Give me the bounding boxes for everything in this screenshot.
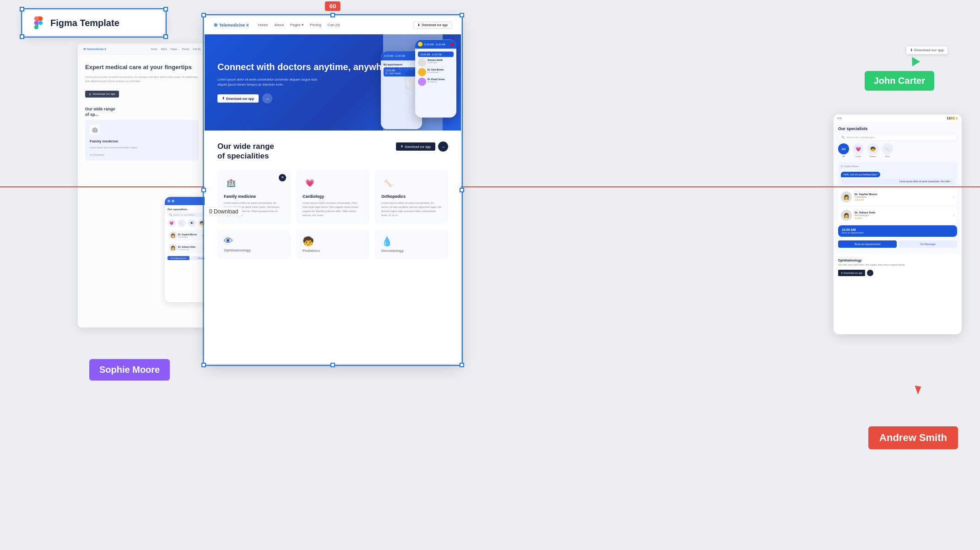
right-phone-content: Our specialists 🔍 Search for Cardiologis…	[834, 122, 962, 254]
figma-logo	[32, 16, 45, 29]
nav-logo: ⊕ Telemedicine X	[214, 22, 249, 27]
handle-tr-fig[interactable]	[163, 7, 168, 11]
nav-link-about[interactable]: About	[274, 23, 284, 27]
second-row-specialities: 👁 Ophthalmology 🧒 Pediatrics 💧 Dermatolo…	[217, 229, 448, 259]
phone-status-bar: 8:41 ▐▐▐ 📶 🔋	[834, 114, 962, 122]
search-bar[interactable]: 🔍 Search for Cardiologist...	[838, 134, 957, 141]
chat-section: Dr. Sophie Moore Hello, how are you feel…	[838, 162, 957, 187]
handle-br[interactable]	[460, 363, 464, 367]
ophthalmology-section: Ophthalmology Orci nibh vitae eget lorem…	[834, 254, 962, 281]
spec-ophthalmology: 👁 Ophthalmology	[217, 229, 291, 259]
cardiology-icon: 💗	[303, 176, 317, 191]
spec-card-close-1: ✕	[279, 174, 286, 181]
left-preview-card: 🏥 Family medicine Lorem ipsum dolor sit …	[85, 120, 199, 161]
spec-card-cardiology: 💗 Cardiology Lorem ipsum dolor sit amet …	[296, 169, 369, 224]
specialities-cta: ⬇ Download our app →	[396, 142, 448, 152]
spec-card-title-2: Cardiology	[303, 194, 363, 199]
nav-link-home[interactable]: Home	[258, 23, 268, 27]
cursor-green	[908, 54, 920, 66]
left-preview-cta: ⬇ Download our app	[85, 91, 119, 98]
spec-icon-patients: 🧒 Patients	[867, 143, 878, 158]
left-preview-card-icon: 🏥	[90, 125, 100, 135]
spec-icon-3: 👁	[188, 219, 196, 227]
bottom-arrow[interactable]: →	[867, 270, 873, 276]
right-phone-card: 8:41 ▐▐▐ 📶 🔋 Our specialists 🔍 Search fo…	[834, 114, 962, 334]
spec-dermatology: 💧 Dermatology	[375, 229, 448, 259]
specialities-section: Our wide rangeof specialities ⬇ Download…	[205, 131, 461, 270]
download-count-area: 0 Download	[205, 207, 242, 216]
spec-icon-2: 🦴	[178, 219, 186, 227]
website-nav: ⊕ Telemedicine X Home About Pages ▾ Pric…	[205, 16, 461, 34]
hero-cta-button[interactable]: ⬇ Download our app	[217, 94, 259, 103]
hero-section: Connect with doctors anytime, anywhere e…	[205, 34, 461, 131]
handle-tl-fig[interactable]	[20, 7, 24, 11]
cursor-red	[914, 386, 921, 395]
spec-icon-cardio: 💗 Cardio	[853, 143, 864, 158]
family-medicine-icon: 🏥	[224, 176, 238, 191]
left-preview-title: Expert medical care at your fingertips	[85, 64, 199, 71]
oph-text: Orci nibh vitae eget lorem. Nisi sagitti…	[838, 263, 957, 267]
nav-link-pages[interactable]: Pages ▾	[290, 23, 303, 27]
phone-screen-1: 10:00 AM - 11:00 AM Simone Smith Cardiol…	[415, 49, 456, 118]
left-preview-nav: ⊕ Telemedicine X Home About Pages › Pric…	[78, 44, 206, 54]
left-preview-specialities: Our wide rangeof sp... 🏥 Family medicine…	[78, 107, 206, 164]
spec-card-desc-2: Lorem ipsum dolor sit amet consectetur. …	[303, 201, 363, 218]
specialities-grid: ✕ 🏥 Family medicine Lorem ipsum dolor si…	[217, 169, 448, 224]
hero-arrow-button[interactable]: →	[262, 93, 272, 103]
ophthalmology-icon: 👁	[224, 236, 233, 246]
message-btn[interactable]: On Message	[899, 240, 957, 248]
handle-br-fig[interactable]	[163, 34, 168, 39]
handle-bl-fig[interactable]	[20, 34, 24, 39]
andrew-smith-label: Andrew Smith	[868, 426, 958, 449]
specialities-title: Our wide rangeof specialities	[217, 142, 274, 161]
spec-card-orthopedics: 🦴 Orthopedics Lorem ipsum dolor sit amet…	[375, 169, 448, 224]
doctor-rating-2: ★★★★	[855, 217, 951, 219]
book-appt-mini: Book Appointment	[168, 256, 190, 260]
left-preview-logo: ⊕ Telemedicine X	[83, 47, 106, 50]
sophie-moore-label: Sophie Moore	[89, 359, 170, 381]
bottom-cta[interactable]: ⬇ Download our app	[838, 270, 865, 276]
nav-logo-icon: ⊕	[214, 22, 217, 27]
left-preview-hero: Expert medical care at your fingertips L…	[78, 54, 206, 107]
chat-bubble-2: Lorem ipsum dolor sit amet consectetur. …	[841, 179, 954, 184]
dermatology-label: Dermatology	[381, 249, 404, 253]
spec-icons-row: All All 💗 Cardio 🧒 Patients 🦴 Ortho	[838, 143, 957, 158]
nav-links: Home About Pages ▾ Pricing Cart (0)	[258, 23, 340, 27]
spec-arrow-button[interactable]: →	[438, 142, 448, 152]
spec-cta-button[interactable]: ⬇ Download our app	[396, 142, 435, 151]
figma-template-badge: Figma Template	[23, 10, 165, 36]
phone-avatar-1	[418, 42, 422, 47]
nav-link-cart[interactable]: Cart (0)	[327, 23, 340, 27]
orthopedics-icon: 🦴	[381, 176, 396, 191]
appointment-card: 10:00 AM Book an Appointment	[838, 225, 957, 237]
john-carter-label: John Carter	[865, 71, 934, 91]
pediatrics-label: Pediatrics	[303, 249, 320, 253]
action-buttons: Book an Appointment On Message	[838, 239, 957, 250]
spec-card-title-3: Orthopedics	[381, 194, 442, 199]
nav-cta-button[interactable]: ⬇ Download our app	[413, 22, 452, 29]
ophthalmology-label: Ophthalmology	[224, 248, 251, 252]
bottom-btns: ⬇ Download our app →	[838, 270, 957, 276]
left-preview-nav-links: Home About Pages › Pricing Cart (0)	[151, 48, 200, 50]
right-phone-title: Our specialists	[838, 126, 957, 131]
website-card: ⊕ Telemedicine X Home About Pages ▾ Pric…	[205, 16, 461, 364]
chat-bubble-1: Hello, how are you feeling today?	[841, 172, 880, 177]
phone-header-1: 10:00 AM - 11:00 AM	[415, 40, 456, 49]
spec-icon-ortho: 🦴 Ortho	[882, 143, 893, 158]
spec-card-title-1: Family medicine	[224, 194, 284, 199]
doctor-avatar-2: 👩	[169, 244, 177, 251]
left-preview-desc: Lorem ipsum dolor sit amet consectetur. …	[85, 75, 199, 83]
pediatrics-icon: 🧒	[303, 236, 314, 247]
nav-link-pricing[interactable]: Pricing	[310, 23, 321, 27]
book-appt-btn[interactable]: Book an Appointment	[838, 240, 897, 248]
spec-icon-all: All All	[838, 143, 849, 158]
canvas: 800 ⊕ Telemedicine X Home About Pages › …	[0, 0, 980, 550]
doctor-avatar-1: 👩	[169, 232, 177, 239]
download-annotation-btn: ⬇ Download our app	[906, 46, 948, 54]
figma-badge-title: Figma Template	[50, 18, 119, 28]
main-frame: 60 ⊕ Telemedicine X Home About	[205, 16, 461, 364]
width-label: 60	[325, 1, 341, 11]
doctor-rating-1: ★★★★★	[855, 198, 951, 201]
hero-desc: Lorem ipsum dolor sit amet consectetur c…	[217, 77, 318, 87]
search-icon: 🔍	[841, 136, 845, 139]
